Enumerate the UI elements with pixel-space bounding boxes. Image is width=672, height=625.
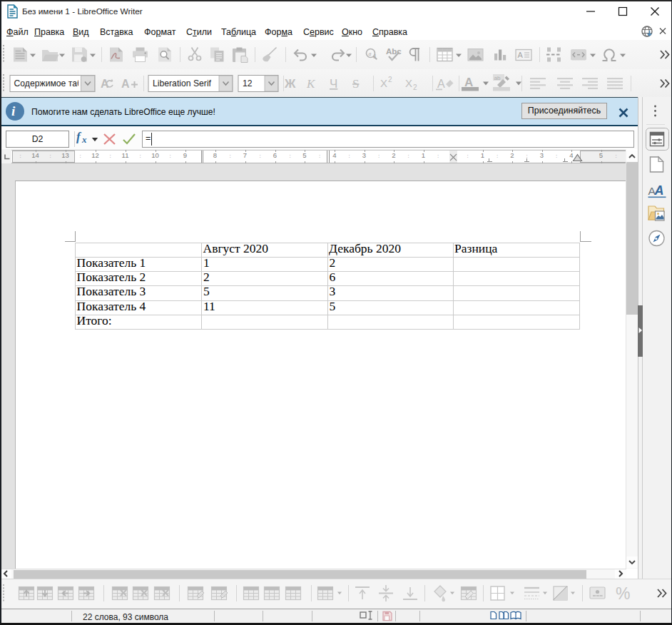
svg-text:X: X [380, 77, 387, 89]
svg-text:A: A [437, 78, 445, 90]
svg-text:12: 12 [243, 78, 253, 88]
svg-text:Abc: Abc [386, 47, 402, 56]
svg-text:ab: ab [494, 75, 501, 81]
svg-text:A: A [121, 78, 130, 90]
svg-text:2: 2 [388, 76, 392, 83]
svg-text:Ч: Ч [330, 77, 337, 91]
svg-text:Liberation Serif: Liberation Serif [153, 78, 212, 88]
svg-text:S: S [352, 77, 359, 91]
svg-text:X: X [405, 77, 412, 89]
svg-text:Ж: Ж [284, 77, 296, 91]
svg-text:d: d [373, 54, 376, 60]
svg-text:A: A [101, 78, 109, 90]
svg-text:Содержимое табл: Содержимое табл [14, 78, 87, 88]
svg-text:A: A [654, 183, 664, 198]
svg-text:2: 2 [413, 83, 417, 91]
svg-text:A: A [518, 51, 524, 59]
svg-text:%: % [616, 584, 630, 603]
svg-text:a: a [369, 51, 372, 57]
svg-text:К: К [306, 77, 316, 91]
